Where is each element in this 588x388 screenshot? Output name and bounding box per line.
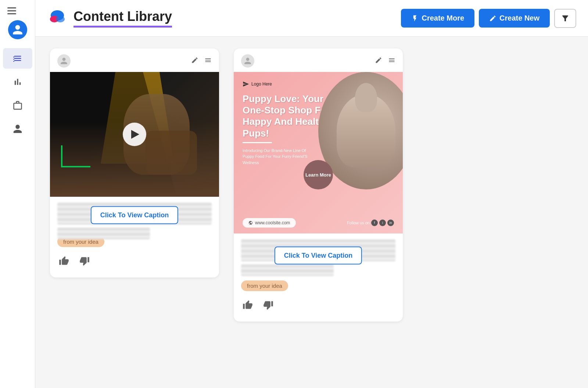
sidebar [0, 0, 35, 388]
instagram-icon: i [379, 220, 386, 226]
card-1-caption-button[interactable]: Click To View Caption [91, 206, 178, 224]
card-2-header [234, 48, 403, 72]
sidebar-item-content-library[interactable] [3, 48, 32, 69]
follow-text: Follow us on [347, 221, 370, 225]
page-title: Content Library [74, 9, 172, 28]
puppy-logo-text: Logo Here [251, 81, 272, 87]
sidebar-item-account[interactable] [3, 119, 32, 139]
learn-more-button[interactable]: Learn More [304, 160, 333, 189]
sidebar-item-analytics[interactable] [3, 72, 32, 92]
puppy-poster-subtitle: Introducing Our Brand-New Line Of Puppy … [243, 148, 316, 166]
puppy-poster: Logo Here Puppy Love: Your One-Stop Shop… [234, 72, 403, 233]
social-icons: f i in [371, 220, 394, 226]
card-2-avatar [241, 54, 254, 68]
green-shape-decoration [61, 145, 90, 167]
filter-button[interactable] [554, 9, 576, 28]
header: Content Library Create More Create New [35, 0, 588, 37]
main-content: Content Library Create More Create New [35, 0, 588, 388]
card-2-caption-button[interactable]: Click To View Caption [275, 247, 362, 265]
card-1-header [50, 48, 219, 72]
card-2-caption-blur-short [241, 264, 334, 276]
svg-point-2 [56, 16, 65, 22]
content-area: Click To View Caption from your idea [35, 37, 588, 388]
header-right: Create More Create New [401, 9, 576, 28]
app-logo [47, 8, 68, 29]
card-1-edit-icon[interactable] [191, 57, 198, 65]
card-1-caption-blur-short [57, 228, 150, 239]
card-1-caption-area: Click To View Caption [50, 197, 219, 233]
create-more-button[interactable]: Create More [401, 9, 474, 28]
card-2-actions [375, 57, 395, 65]
linkedin-icon: in [387, 220, 394, 226]
card-2-thumbdown-button[interactable] [262, 298, 275, 313]
puppy-poster-title: Puppy Love: Your One-Stop Shop For Happy… [243, 93, 331, 139]
avatar[interactable] [8, 20, 27, 39]
content-card-1: Click To View Caption from your idea [50, 48, 219, 278]
facebook-icon: f [371, 220, 378, 226]
card-2-caption-area: Click To View Caption [234, 233, 403, 278]
card-1-actions [191, 57, 212, 65]
card-2-image: Logo Here Puppy Love: Your One-Stop Shop… [234, 72, 403, 233]
card-1-footer [50, 251, 219, 269]
card-2-from-idea-badge: from your idea [241, 280, 288, 291]
puppy-website: www.coolsite.com [243, 218, 296, 228]
card-2-edit-icon[interactable] [375, 57, 382, 65]
sidebar-item-campaigns[interactable] [3, 95, 32, 116]
sidebar-nav [0, 48, 35, 139]
puppy-website-text: www.coolsite.com [255, 220, 290, 225]
play-button[interactable] [123, 123, 146, 146]
puppy-poster-underline [243, 142, 272, 143]
header-left: Content Library [47, 8, 172, 29]
card-1-video[interactable] [50, 72, 219, 197]
card-1-avatar [57, 54, 71, 68]
hamburger-icon[interactable] [7, 7, 16, 14]
card-1-menu-icon[interactable] [204, 57, 212, 65]
content-card-2: Logo Here Puppy Love: Your One-Stop Shop… [234, 48, 403, 322]
create-new-button[interactable]: Create New [479, 9, 550, 28]
card-2-menu-icon[interactable] [388, 57, 395, 65]
card-2-footer [234, 295, 403, 313]
card-2-thumbup-button[interactable] [241, 298, 254, 313]
sidebar-hamburger[interactable] [0, 4, 35, 17]
puppy-poster-footer: www.coolsite.com Follow us on f i in [234, 212, 403, 233]
card-1-thumbup-button[interactable] [57, 254, 71, 269]
card-1-thumbdown-button[interactable] [78, 254, 91, 269]
puppy-social: Follow us on f i in [347, 220, 394, 226]
